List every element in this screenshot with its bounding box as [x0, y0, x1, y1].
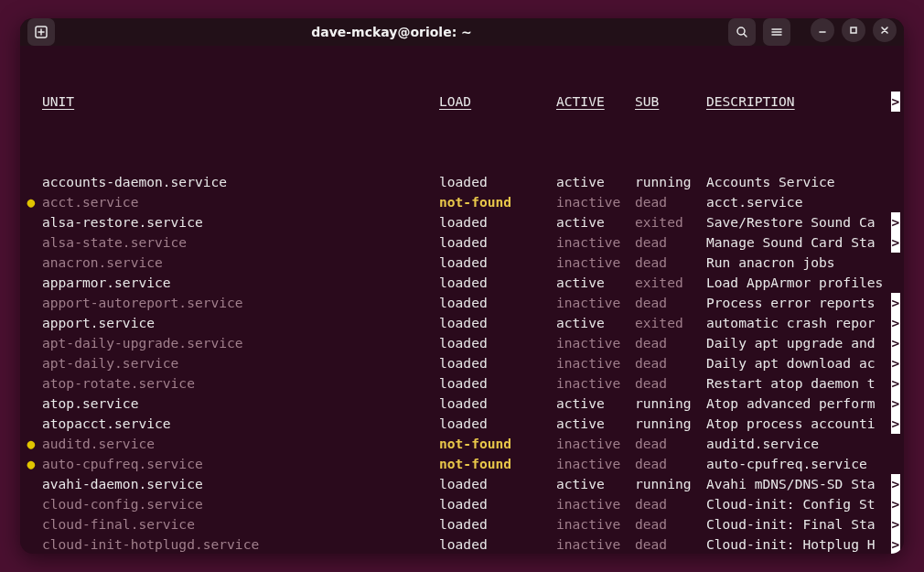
status-bullet-icon	[22, 232, 40, 253]
cell-desc: Process error reports	[706, 293, 902, 313]
cell-load: loaded	[439, 514, 556, 534]
cell-active: active	[556, 414, 635, 434]
cell-desc: Atop advanced perform	[706, 394, 902, 414]
column-header-row: UNIT LOAD ACTIVE SUB DESCRIPTION >	[22, 92, 902, 112]
status-bullet-icon	[22, 514, 40, 534]
clip-indicator-icon: >	[891, 313, 900, 333]
cell-unit: auto-cpufreq.service	[40, 454, 439, 474]
status-bullet-icon	[22, 172, 40, 192]
cell-desc: Run anacron jobs	[706, 253, 902, 273]
cell-sub: dead	[635, 494, 706, 514]
cell-desc: auto-cpufreq.service	[706, 454, 902, 474]
cell-sub: dead	[635, 192, 706, 212]
cell-unit: atop.service	[40, 394, 439, 414]
clip-indicator-icon: >	[891, 232, 900, 253]
new-tab-button[interactable]	[27, 18, 55, 46]
status-bullet-icon	[22, 494, 40, 514]
cell-sub: dead	[635, 514, 706, 534]
status-bullet-icon	[22, 373, 40, 394]
service-row: ●auto-cpufreq.servicenot-foundinactivede…	[22, 454, 902, 474]
cell-load: loaded	[439, 353, 556, 373]
cell-unit: alsa-state.service	[40, 232, 439, 253]
header-sub: SUB	[635, 92, 706, 112]
maximize-button[interactable]	[842, 18, 865, 42]
cell-active: inactive	[556, 434, 635, 454]
cell-sub: running	[635, 394, 706, 414]
cell-active: active	[556, 172, 635, 192]
clip-indicator-icon: >	[891, 353, 900, 373]
status-bullet-icon	[22, 474, 40, 494]
clip-indicator-icon: >	[891, 474, 900, 494]
cell-sub: dead	[635, 293, 706, 313]
cell-sub: running	[635, 414, 706, 434]
cell-load: loaded	[439, 373, 556, 394]
service-row: ●acct.servicenot-foundinactivedeadacct.s…	[22, 192, 902, 212]
cell-unit: apt-daily-upgrade.service	[40, 333, 439, 353]
cell-active: inactive	[556, 293, 635, 313]
cell-load: loaded	[439, 414, 556, 434]
search-button[interactable]	[728, 18, 756, 46]
status-bullet-icon	[22, 414, 40, 434]
cell-unit: apport.service	[40, 313, 439, 333]
hamburger-menu-button[interactable]	[763, 18, 790, 46]
cell-unit: apport-autoreport.service	[40, 293, 439, 313]
cell-load: not-found	[439, 454, 556, 474]
cell-active: inactive	[556, 353, 635, 373]
cell-desc: auditd.service	[706, 434, 902, 454]
cell-sub: dead	[635, 333, 706, 353]
service-row: cloud-config.serviceloadedinactivedeadCl…	[22, 494, 902, 514]
terminal-viewport[interactable]: UNIT LOAD ACTIVE SUB DESCRIPTION > accou…	[20, 46, 904, 554]
minimize-button[interactable]	[811, 18, 834, 42]
clip-indicator-icon: >	[891, 333, 900, 353]
cell-load: loaded	[439, 474, 556, 494]
service-row: atop-rotate.serviceloadedinactivedeadRes…	[22, 373, 902, 394]
clip-indicator-icon: >	[891, 514, 900, 534]
clip-indicator-icon: >	[891, 293, 900, 313]
status-bullet-icon: ●	[22, 454, 40, 474]
cell-load: loaded	[439, 394, 556, 414]
cell-active: inactive	[556, 232, 635, 253]
service-row: ●auditd.servicenot-foundinactivedeadaudi…	[22, 434, 902, 454]
cell-load: loaded	[439, 172, 556, 192]
cell-sub: dead	[635, 434, 706, 454]
status-bullet-icon	[22, 293, 40, 313]
header-unit: UNIT	[40, 92, 439, 112]
cell-active: inactive	[556, 192, 635, 212]
cell-unit: auditd.service	[40, 434, 439, 454]
cell-desc: automatic crash repor	[706, 313, 902, 333]
clip-indicator-icon: >	[891, 212, 900, 232]
close-button[interactable]	[873, 18, 897, 42]
clip-indicator-icon: >	[891, 494, 900, 514]
cell-load: loaded	[439, 313, 556, 333]
cell-load: loaded	[439, 232, 556, 253]
cell-unit: atopacct.service	[40, 414, 439, 434]
cell-sub: dead	[635, 534, 706, 554]
header-desc: DESCRIPTION	[706, 92, 902, 112]
cell-load: loaded	[439, 253, 556, 273]
service-row: atop.serviceloadedactiverunningAtop adva…	[22, 394, 902, 414]
status-bullet-icon	[22, 394, 40, 414]
service-row: alsa-restore.serviceloadedactiveexitedSa…	[22, 212, 902, 232]
cell-load: not-found	[439, 434, 556, 454]
cell-active: inactive	[556, 454, 635, 474]
service-row: apport.serviceloadedactiveexitedautomati…	[22, 313, 902, 333]
service-row: accounts-daemon.serviceloadedactiverunni…	[22, 172, 902, 192]
cell-load: loaded	[439, 293, 556, 313]
cell-desc: Daily apt download ac	[706, 353, 902, 373]
service-row: avahi-daemon.serviceloadedactiverunningA…	[22, 474, 902, 494]
window-title: dave-mckay@oriole: ~	[60, 25, 723, 39]
cell-sub: dead	[635, 353, 706, 373]
cell-desc: Avahi mDNS/DNS-SD Sta	[706, 474, 902, 494]
cell-unit: avahi-daemon.service	[40, 474, 439, 494]
service-row: apparmor.serviceloadedactiveexitedLoad A…	[22, 273, 902, 293]
cell-unit: atop-rotate.service	[40, 373, 439, 394]
clip-indicator-icon: >	[891, 92, 900, 112]
cell-sub: exited	[635, 273, 706, 293]
cell-active: active	[556, 273, 635, 293]
service-row: cloud-init-hotplugd.serviceloadedinactiv…	[22, 534, 902, 554]
status-bullet-icon: ●	[22, 434, 40, 454]
cell-desc: Load AppArmor profiles	[706, 273, 902, 293]
cell-unit: apparmor.service	[40, 273, 439, 293]
cell-load: loaded	[439, 212, 556, 232]
cell-desc: Cloud-init: Config St	[706, 494, 902, 514]
